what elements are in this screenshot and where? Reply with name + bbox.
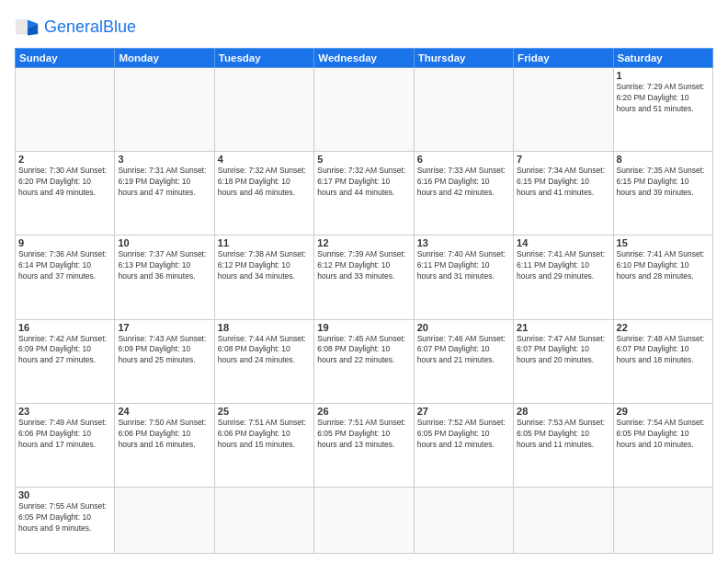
day-info: Sunrise: 7:43 AM Sunset: 6:09 PM Dayligh… — [118, 334, 210, 367]
calendar-cell: 22Sunrise: 7:48 AM Sunset: 6:07 PM Dayli… — [613, 319, 712, 403]
day-info: Sunrise: 7:41 AM Sunset: 6:11 PM Dayligh… — [517, 249, 609, 282]
calendar-cell: 27Sunrise: 7:52 AM Sunset: 6:05 PM Dayli… — [414, 403, 513, 487]
calendar-cell — [514, 487, 613, 553]
day-number: 23 — [18, 406, 111, 417]
logo: GeneralBlue — [15, 15, 136, 40]
day-number: 12 — [317, 237, 410, 248]
day-info: Sunrise: 7:33 AM Sunset: 6:16 PM Dayligh… — [417, 166, 510, 199]
calendar-cell: 20Sunrise: 7:46 AM Sunset: 6:07 PM Dayli… — [414, 319, 513, 403]
day-info: Sunrise: 7:51 AM Sunset: 6:05 PM Dayligh… — [317, 418, 410, 451]
col-sunday: Sunday — [16, 49, 115, 68]
header: GeneralBlue — [15, 15, 713, 40]
day-number: 29 — [617, 406, 710, 417]
day-info: Sunrise: 7:54 AM Sunset: 6:05 PM Dayligh… — [617, 418, 710, 451]
day-number: 9 — [18, 237, 111, 248]
calendar-cell: 30Sunrise: 7:55 AM Sunset: 6:05 PM Dayli… — [16, 487, 115, 553]
day-number: 3 — [118, 154, 210, 165]
svg-rect-0 — [16, 20, 28, 34]
logo-general: General — [44, 17, 103, 36]
calendar-cell: 26Sunrise: 7:51 AM Sunset: 6:05 PM Dayli… — [314, 403, 414, 487]
calendar-cell: 29Sunrise: 7:54 AM Sunset: 6:05 PM Dayli… — [613, 403, 712, 487]
calendar-cell: 12Sunrise: 7:39 AM Sunset: 6:12 PM Dayli… — [314, 236, 414, 319]
day-number: 30 — [18, 489, 111, 500]
day-number: 2 — [18, 154, 111, 165]
col-saturday: Saturday — [613, 49, 712, 68]
day-info: Sunrise: 7:51 AM Sunset: 6:06 PM Dayligh… — [218, 418, 311, 451]
day-number: 10 — [118, 237, 210, 248]
day-info: Sunrise: 7:55 AM Sunset: 6:05 PM Dayligh… — [18, 501, 111, 534]
day-info: Sunrise: 7:38 AM Sunset: 6:12 PM Dayligh… — [218, 249, 311, 282]
logo-text: GeneralBlue — [44, 18, 136, 37]
day-info: Sunrise: 7:41 AM Sunset: 6:10 PM Dayligh… — [617, 249, 710, 282]
calendar-cell: 4Sunrise: 7:32 AM Sunset: 6:18 PM Daylig… — [214, 152, 313, 236]
day-number: 20 — [417, 322, 510, 333]
day-info: Sunrise: 7:32 AM Sunset: 6:18 PM Dayligh… — [218, 166, 311, 199]
col-monday: Monday — [115, 49, 214, 68]
day-number: 8 — [617, 154, 710, 165]
day-number: 4 — [218, 154, 311, 165]
day-info: Sunrise: 7:40 AM Sunset: 6:11 PM Dayligh… — [417, 249, 510, 282]
calendar-cell: 1Sunrise: 7:29 AM Sunset: 6:20 PM Daylig… — [613, 68, 712, 152]
day-number: 26 — [317, 406, 410, 417]
day-info: Sunrise: 7:47 AM Sunset: 6:07 PM Dayligh… — [517, 334, 609, 367]
calendar-cell — [514, 68, 613, 152]
calendar-cell: 14Sunrise: 7:41 AM Sunset: 6:11 PM Dayli… — [514, 236, 613, 319]
day-info: Sunrise: 7:48 AM Sunset: 6:07 PM Dayligh… — [617, 334, 710, 367]
calendar-cell: 18Sunrise: 7:44 AM Sunset: 6:08 PM Dayli… — [214, 319, 313, 403]
day-number: 1 — [617, 70, 710, 81]
day-number: 16 — [18, 322, 111, 333]
day-number: 27 — [417, 406, 510, 417]
day-info: Sunrise: 7:45 AM Sunset: 6:08 PM Dayligh… — [317, 334, 410, 367]
day-info: Sunrise: 7:46 AM Sunset: 6:07 PM Dayligh… — [417, 334, 510, 367]
col-thursday: Thursday — [414, 49, 513, 68]
day-number: 24 — [118, 406, 210, 417]
calendar-cell: 11Sunrise: 7:38 AM Sunset: 6:12 PM Dayli… — [214, 236, 313, 319]
day-info: Sunrise: 7:29 AM Sunset: 6:20 PM Dayligh… — [617, 82, 710, 115]
calendar-cell: 28Sunrise: 7:53 AM Sunset: 6:05 PM Dayli… — [514, 403, 613, 487]
day-number: 22 — [617, 322, 710, 333]
calendar-cell — [115, 487, 214, 553]
day-info: Sunrise: 7:35 AM Sunset: 6:15 PM Dayligh… — [617, 166, 710, 199]
calendar-cell: 7Sunrise: 7:34 AM Sunset: 6:15 PM Daylig… — [514, 152, 613, 236]
day-info: Sunrise: 7:53 AM Sunset: 6:05 PM Dayligh… — [517, 418, 609, 451]
calendar-cell: 21Sunrise: 7:47 AM Sunset: 6:07 PM Dayli… — [514, 319, 613, 403]
calendar-cell: 3Sunrise: 7:31 AM Sunset: 6:19 PM Daylig… — [115, 152, 214, 236]
header-row: Sunday Monday Tuesday Wednesday Thursday… — [16, 49, 713, 68]
calendar-cell: 5Sunrise: 7:32 AM Sunset: 6:17 PM Daylig… — [314, 152, 414, 236]
calendar-table: Sunday Monday Tuesday Wednesday Thursday… — [15, 48, 713, 554]
calendar-cell: 10Sunrise: 7:37 AM Sunset: 6:13 PM Dayli… — [115, 236, 214, 319]
calendar-cell — [314, 487, 414, 553]
col-friday: Friday — [514, 49, 613, 68]
calendar-cell: 23Sunrise: 7:49 AM Sunset: 6:06 PM Dayli… — [16, 403, 115, 487]
day-number: 25 — [218, 406, 311, 417]
calendar-cell — [16, 68, 115, 152]
calendar-cell: 17Sunrise: 7:43 AM Sunset: 6:09 PM Dayli… — [115, 319, 214, 403]
day-info: Sunrise: 7:31 AM Sunset: 6:19 PM Dayligh… — [118, 166, 210, 199]
day-info: Sunrise: 7:37 AM Sunset: 6:13 PM Dayligh… — [118, 249, 210, 282]
col-wednesday: Wednesday — [314, 49, 414, 68]
day-info: Sunrise: 7:52 AM Sunset: 6:05 PM Dayligh… — [417, 418, 510, 451]
day-number: 28 — [517, 406, 609, 417]
day-info: Sunrise: 7:36 AM Sunset: 6:14 PM Dayligh… — [18, 249, 111, 282]
calendar-cell — [115, 68, 214, 152]
calendar-cell: 9Sunrise: 7:36 AM Sunset: 6:14 PM Daylig… — [16, 236, 115, 319]
logo-icon — [15, 15, 40, 40]
day-info: Sunrise: 7:32 AM Sunset: 6:17 PM Dayligh… — [317, 166, 410, 199]
calendar-cell: 13Sunrise: 7:40 AM Sunset: 6:11 PM Dayli… — [414, 236, 513, 319]
logo-blue: Blue — [103, 17, 136, 36]
day-info: Sunrise: 7:30 AM Sunset: 6:20 PM Dayligh… — [18, 166, 111, 199]
calendar-cell: 8Sunrise: 7:35 AM Sunset: 6:15 PM Daylig… — [613, 152, 712, 236]
day-number: 5 — [317, 154, 410, 165]
day-info: Sunrise: 7:44 AM Sunset: 6:08 PM Dayligh… — [218, 334, 311, 367]
col-tuesday: Tuesday — [214, 49, 313, 68]
day-info: Sunrise: 7:49 AM Sunset: 6:06 PM Dayligh… — [18, 418, 111, 451]
calendar-cell: 24Sunrise: 7:50 AM Sunset: 6:06 PM Dayli… — [115, 403, 214, 487]
day-number: 17 — [118, 322, 210, 333]
calendar-cell — [214, 68, 313, 152]
calendar-cell — [314, 68, 414, 152]
calendar-cell: 25Sunrise: 7:51 AM Sunset: 6:06 PM Dayli… — [214, 403, 313, 487]
calendar-cell — [414, 487, 513, 553]
day-number: 19 — [317, 322, 410, 333]
day-info: Sunrise: 7:50 AM Sunset: 6:06 PM Dayligh… — [118, 418, 210, 451]
day-number: 11 — [218, 237, 311, 248]
